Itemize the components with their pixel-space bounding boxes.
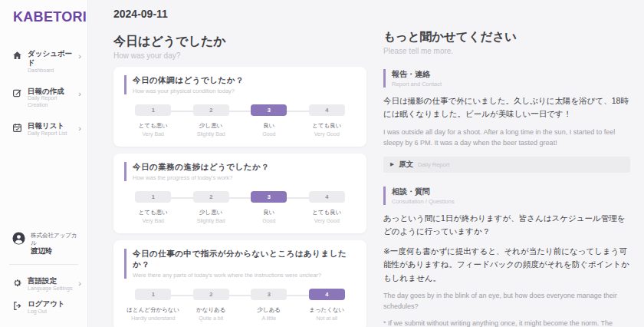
scale-option-sublabel: Quite a bit	[182, 315, 241, 321]
sidebar-item-report-creation[interactable]: 日報の作成 Daily Report Creation ›	[0, 83, 87, 113]
scale-option-sublabel: Very Good	[298, 131, 356, 137]
chevron-right-icon: ›	[78, 90, 81, 98]
feedback-column: もっと聞かせてください Please tell me more. 報告・連絡 R…	[383, 8, 630, 327]
chevron-right-icon: ›	[78, 279, 81, 288]
sidebar-item-sublabel: Dashboard	[28, 68, 73, 74]
section-body-ja: ※一度何も書かずに提出すると、それが当たり前になってしまう可能性がありますね。フ…	[383, 245, 630, 285]
scale-pill[interactable]: 4	[309, 191, 345, 203]
sidebar-item-report-list[interactable]: 日報リスト Daily Report List ›	[0, 117, 87, 141]
scale-option-label: まったくない	[298, 306, 356, 314]
scale-pill[interactable]: 3	[251, 289, 287, 300]
scale-option-sublabel: Very Good	[298, 218, 356, 223]
scale-option-2[interactable]: 2 かなりある Quite a bit	[182, 289, 241, 321]
scale-pill[interactable]: 1	[135, 191, 171, 203]
gear-icon	[12, 278, 22, 288]
scale-option-sublabel: Slightly Bad	[182, 131, 241, 137]
feedback-subtitle: Please tell me more.	[383, 47, 630, 55]
scale-option-sublabel: Very Bad	[124, 218, 182, 223]
scale-option-3[interactable]: 3 少しある A little	[240, 289, 298, 321]
section-subtitle: Consultation / Questions	[392, 198, 630, 205]
scale-pill[interactable]: 2	[193, 289, 229, 300]
sidebar: KABETORI ダッシュボード Dashboard › 日報の作成 Daily	[0, 0, 88, 327]
sidebar-item-dashboard[interactable]: ダッシュボード Dashboard ›	[0, 45, 87, 78]
section-report-contact: 報告・連絡 Report and Contact 今日は撮影の仕事で外にいました…	[383, 69, 630, 173]
sidebar-item-label: 日報リスト	[28, 121, 67, 130]
scale-option-4[interactable]: 4 とても良い Very Good	[298, 191, 356, 223]
scale-option-1[interactable]: 1 ほとんど分からない Hardly understand	[124, 289, 182, 321]
original-text-toggle[interactable]: ▶ 原文 Daily Report	[383, 157, 630, 173]
scale-option-label: とても悪い	[124, 209, 182, 216]
sidebar-item-label: ダッシュボード	[28, 49, 73, 68]
report-date: 2024-09-11	[113, 8, 366, 20]
scale-option-sublabel: Good	[240, 131, 298, 137]
scale-option-sublabel: Slightly Bad	[182, 218, 241, 223]
scale-option-4[interactable]: 4 まったくない Not at all	[298, 289, 356, 321]
toggle-label: 原文	[399, 160, 413, 170]
sidebar-item-sublabel: Daily Report List	[28, 130, 67, 137]
scale-option-1[interactable]: 1 とても悪い Very Bad	[124, 191, 182, 223]
user-name: 渡辺玲	[31, 246, 81, 256]
scale-option-sublabel: Hardly understand	[124, 315, 182, 321]
sidebar-footer: 株式会社アップカル 渡辺玲 言語設定 Language Settings ›	[0, 227, 87, 319]
sidebar-item-label: ログアウト	[28, 299, 65, 309]
scale-option-4[interactable]: 4 とても良い Very Good	[298, 104, 356, 137]
scale-option-label: 少しある	[240, 306, 298, 314]
scale-option-sublabel: Good	[240, 218, 298, 223]
page-subtitle: How was your day?	[113, 51, 366, 60]
scale-option-label: 少し悪い	[182, 209, 241, 216]
scale-option-label: 良い	[240, 122, 298, 130]
scale-pill[interactable]: 4	[309, 104, 345, 116]
section-body-ja: 今日は撮影の仕事で外にいました。久しぶりに太陽を浴びて、18時には眠くなりました…	[383, 94, 630, 121]
scale-option-label: 良い	[240, 209, 298, 216]
scale-pill[interactable]: 1	[135, 289, 171, 300]
section-subtitle: Report and Contact	[392, 81, 630, 88]
section-body-en: I was outside all day for a shoot. After…	[383, 127, 630, 149]
question-card-progress: 今日の業務の進捗はどうでしたか？ How was the progress of…	[113, 154, 366, 233]
logout-icon	[12, 301, 22, 311]
scale-option-sublabel: A little	[240, 315, 298, 321]
toggle-sublabel: Daily Report	[418, 161, 449, 168]
chevron-right-icon: ›	[78, 52, 81, 61]
sidebar-item-sublabel: Daily Report Creation	[28, 95, 73, 109]
scale-option-label: かなりある	[182, 306, 241, 314]
section-body-ja: あっという間に1日が終わりますが、皆さんはスケジュール管理をどのように行っていま…	[383, 212, 630, 239]
sidebar-item-sublabel: Log Out	[28, 309, 65, 315]
sidebar-item-language-settings[interactable]: 言語設定 Language Settings ›	[0, 272, 87, 296]
scale-pill[interactable]: 3	[251, 104, 287, 116]
section-consultation: 相談・質問 Consultation / Questions あっという間に1日…	[383, 187, 630, 327]
scale-option-label: とても悪い	[124, 122, 182, 130]
page-title: 今日はどうでしたか	[113, 34, 366, 50]
scale-pill[interactable]: 2	[193, 191, 229, 203]
scale-option-label: とても良い	[298, 122, 356, 130]
scale-option-2[interactable]: 2 少し悪い Slightly Bad	[182, 104, 241, 137]
scale-pill[interactable]: 2	[193, 104, 229, 116]
sidebar-item-label: 日報の作成	[28, 87, 73, 96]
scale-option-sublabel: Very Bad	[124, 131, 182, 137]
sidebar-nav: ダッシュボード Dashboard › 日報の作成 Daily Report C…	[0, 45, 87, 141]
question-subtitle: Were there any parts of today's work whe…	[133, 272, 356, 279]
sidebar-item-label: 言語設定	[28, 276, 72, 286]
scale-option-3[interactable]: 3 良い Good	[240, 191, 298, 223]
user-profile[interactable]: 株式会社アップカル 渡辺玲	[0, 227, 87, 263]
question-title: 今日の体調はどうでしたか？	[133, 75, 356, 86]
feedback-title: もっと聞かせてください	[383, 29, 630, 45]
question-subtitle: How was your physical condition today?	[133, 88, 356, 94]
rating-scale: 1 とても悪い Very Bad 2 少し悪い Slightly Bad 3 良…	[124, 104, 356, 137]
sidebar-item-logout[interactable]: ログアウト Log Out	[0, 296, 87, 319]
avatar	[12, 232, 25, 245]
calendar-icon	[12, 123, 22, 133]
scale-pill[interactable]: 1	[135, 104, 171, 116]
section-body-en: * If we submit without writing anything …	[383, 319, 630, 327]
scale-option-label: ほとんど分からない	[124, 306, 182, 314]
chevron-right-icon: ›	[78, 124, 81, 133]
triangle-right-icon: ▶	[390, 161, 394, 167]
scale-pill[interactable]: 3	[251, 191, 287, 203]
main-content: 2024-09-11 今日はどうでしたか How was your day? 今…	[88, 0, 644, 327]
scale-option-1[interactable]: 1 とても悪い Very Bad	[124, 104, 182, 137]
scale-option-label: とても良い	[298, 209, 356, 216]
scale-option-2[interactable]: 2 少し悪い Slightly Bad	[182, 191, 241, 223]
scale-pill[interactable]: 4	[309, 289, 345, 300]
question-title: 今日の仕事の中で指示が分からないところはありましたか？	[133, 249, 356, 270]
home-icon	[12, 51, 22, 61]
scale-option-3[interactable]: 3 良い Good	[240, 104, 298, 137]
